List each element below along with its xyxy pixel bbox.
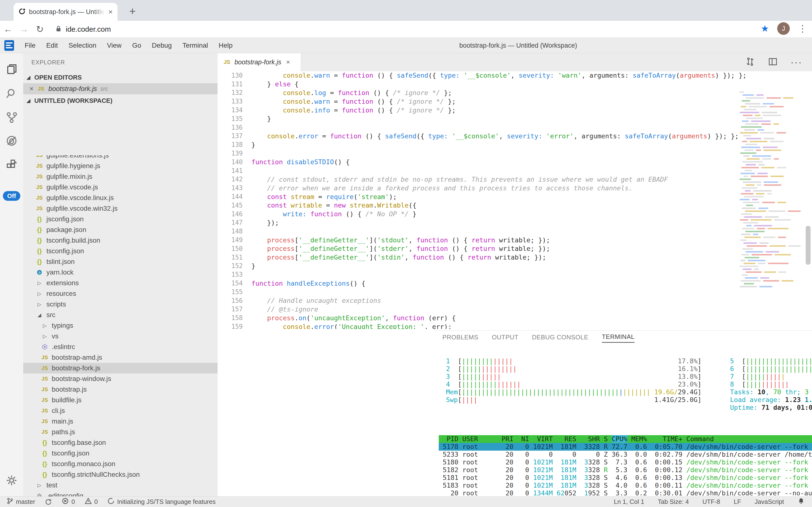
editor-scrollbar[interactable]	[806, 226, 811, 265]
close-icon[interactable]: ×	[29, 85, 34, 93]
code-line: 143 // error when we are inside a forked…	[217, 184, 812, 192]
tree-item[interactable]: {}tsconfig.build.json	[23, 235, 217, 246]
bell-icon[interactable]	[798, 497, 805, 506]
editor-tab-active[interactable]: JS bootstrap-fork.js ×	[217, 53, 301, 71]
collaboration-off-badge[interactable]: Off	[3, 191, 20, 201]
tree-item[interactable]: .eslintrc	[23, 342, 217, 352]
editor-tab-bar: JS bootstrap-fork.js × ···	[217, 53, 812, 71]
menu-edit[interactable]: Edit	[41, 38, 63, 53]
sync-icon[interactable]	[45, 498, 52, 506]
tree-item[interactable]: {}tsconfig.json	[23, 246, 217, 257]
tree-item[interactable]: JSmain.js	[23, 416, 217, 427]
tree-item[interactable]: JSbuildfile.js	[23, 395, 217, 405]
menu-selection[interactable]: Selection	[63, 38, 102, 53]
extensions-icon[interactable]	[5, 158, 18, 171]
tree-item[interactable]: JSbootstrap-fork.js	[23, 363, 217, 374]
tree-item[interactable]: JSgulpfile.vscode.js	[23, 182, 217, 192]
menu-view[interactable]: View	[102, 38, 127, 53]
source-control-icon[interactable]	[5, 111, 18, 123]
language-mode[interactable]: JavaScript	[755, 498, 784, 506]
tree-item[interactable]: ◢src	[23, 309, 217, 320]
close-icon[interactable]: ×	[286, 58, 290, 66]
forward-icon[interactable]: →	[16, 24, 32, 34]
menu-debug[interactable]: Debug	[146, 38, 177, 53]
chevron-right-icon: ▷	[35, 291, 44, 296]
tree-item[interactable]: {}tsconfig.strictNullChecks.json	[23, 469, 217, 480]
tree-item[interactable]: JSbootstrap.js	[23, 384, 217, 395]
tree-item[interactable]: JSgulpfile.vscode.linux.js	[23, 192, 217, 203]
panel-tab-terminal[interactable]: TERMINAL	[602, 333, 635, 343]
activity-bar: Off	[0, 53, 23, 496]
more-actions-icon[interactable]: ···	[791, 57, 802, 68]
git-branch-status[interactable]: master	[6, 497, 35, 506]
tree-item[interactable]: ▷typings	[23, 320, 217, 331]
tab-close-icon[interactable]: ×	[108, 8, 113, 16]
errors-status[interactable]: 0	[62, 497, 75, 506]
tree-item[interactable]: ▷vs	[23, 331, 217, 342]
cursor-position[interactable]: Ln 1, Col 1	[614, 498, 644, 506]
explorer-title: EXPLORER	[32, 59, 65, 66]
browser-tab[interactable]: bootstrap-fork.js — Untitled (V ×	[13, 3, 118, 21]
json-file-icon: {}	[35, 237, 44, 244]
tree-item[interactable]: {}package.json	[23, 224, 217, 235]
warnings-status[interactable]: 0	[84, 497, 98, 506]
js-file-icon: JS	[41, 354, 49, 361]
code-lines: 130 console.warn = function () { safeSen…	[217, 71, 812, 329]
open-editors-header[interactable]: ◢ OPEN EDITORS	[23, 72, 217, 83]
tree-item[interactable]: {}jsconfig.json	[23, 214, 217, 224]
menu-help[interactable]: Help	[213, 38, 238, 53]
tree-item[interactable]: ▷extensions	[23, 278, 217, 288]
code-line: 145 const writable = new stream.Writable…	[217, 201, 812, 210]
debug-disabled-icon[interactable]	[5, 134, 18, 147]
panel-tab-problems[interactable]: PROBLEMS	[442, 334, 479, 342]
reload-icon[interactable]: ↻	[32, 24, 48, 35]
code-editor[interactable]: 130 console.warn = function () { safeSen…	[217, 71, 812, 329]
minimap[interactable]	[740, 92, 798, 292]
tree-item[interactable]: {}tsconfig.json	[23, 448, 217, 459]
tree-item[interactable]: JSgulpfile.vscode.win32.js	[23, 203, 217, 214]
tree-item[interactable]: JSgulpfile.mixin.js	[23, 171, 217, 182]
tab-size[interactable]: Tab Size: 4	[658, 498, 689, 506]
tree-item[interactable]: yarn.lock	[23, 267, 217, 278]
tree-item[interactable]: JSbootstrap-amd.js	[23, 352, 217, 363]
avatar[interactable]: J	[777, 22, 790, 35]
htop-process-row: 5183 root 20 0 1021M 181M 3328 S 4.0 0.6…	[439, 482, 812, 489]
tree-item[interactable]: JSgulpfile.extensions.js	[23, 155, 217, 161]
code-line: 142 // const stdout, stderr and stdin be…	[217, 175, 812, 184]
tree-item[interactable]: JSpaths.js	[23, 427, 217, 437]
tree-item[interactable]: JSgulpfile.hygiene.js	[23, 161, 217, 171]
tree-item[interactable]: ▷scripts	[23, 299, 217, 309]
tree-item[interactable]: {}tslint.json	[23, 257, 217, 267]
tree-item[interactable]: JScli.js	[23, 405, 217, 416]
encoding[interactable]: UTF-8	[702, 498, 721, 506]
sync-editors-icon[interactable]	[745, 57, 755, 68]
tree-item[interactable]: .editorconfig	[23, 491, 217, 496]
menu-file[interactable]: File	[19, 38, 41, 53]
tree-item[interactable]: ▷resources	[23, 288, 217, 299]
open-editor-item[interactable]: × JS bootstrap-fork.js src	[23, 83, 217, 94]
code-line: 151 process['__defineGetter__']('stdin',…	[217, 253, 812, 262]
eol[interactable]: LF	[734, 498, 741, 506]
url-text[interactable]: ide.coder.com	[66, 25, 111, 34]
panel-tab-output[interactable]: OUTPUT	[492, 334, 518, 342]
panel-tab-debug-console[interactable]: DEBUG CONSOLE	[532, 334, 588, 342]
json-file-icon: {}	[41, 460, 49, 468]
settings-gear-icon[interactable]	[5, 474, 18, 487]
explorer-icon[interactable]	[5, 63, 18, 75]
terminal-output[interactable]: 1 [||||||||||||| 17.8%]2 [||||||||||||||…	[435, 345, 812, 497]
menu-terminal[interactable]: Terminal	[177, 38, 213, 53]
language-status[interactable]: Initializing JS/TS language features	[107, 497, 215, 506]
tree-item[interactable]: {}tsconfig.monaco.json	[23, 459, 217, 469]
search-icon[interactable]	[5, 87, 18, 100]
tree-item[interactable]: {}tsconfig.base.json	[23, 437, 217, 448]
tree-item[interactable]: JSbootstrap-window.js	[23, 374, 217, 384]
split-editor-icon[interactable]	[768, 57, 778, 68]
eslint-icon	[41, 344, 49, 350]
menu-go[interactable]: Go	[127, 38, 146, 53]
tree-item[interactable]: ▷test	[23, 480, 217, 491]
workspace-header[interactable]: ◢ UNTITLED (WORKSPACE)	[23, 95, 217, 106]
browser-menu-icon[interactable]: ⋮	[798, 23, 807, 34]
bookmark-star-icon[interactable]: ★	[761, 23, 769, 34]
new-tab-button[interactable]: +	[126, 4, 139, 18]
back-icon[interactable]: ←	[0, 24, 16, 34]
